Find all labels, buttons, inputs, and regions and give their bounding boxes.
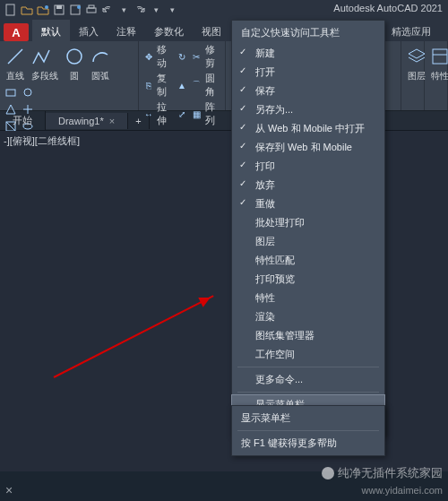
menu-separator xyxy=(237,430,379,431)
menu-item-save[interactable]: 保存 xyxy=(232,82,384,100)
qat-new-icon[interactable] xyxy=(4,3,18,17)
qat-save-web-icon[interactable] xyxy=(68,3,82,17)
file-tab-drawing[interactable]: Drawing1* × xyxy=(46,113,128,129)
svg-rect-7 xyxy=(89,5,94,8)
submenu-item-show-menubar[interactable]: 显示菜单栏 xyxy=(232,409,384,428)
file-tab-label: 开始 xyxy=(13,114,32,127)
circle-label: 圆 xyxy=(63,70,86,82)
svg-rect-10 xyxy=(6,90,15,96)
menu-item-properties[interactable]: 特性 xyxy=(232,289,384,307)
draw-misc-icon[interactable] xyxy=(21,85,35,99)
app-title: Autodesk AutoCAD 2021 xyxy=(333,3,443,13)
qat-print-icon[interactable] xyxy=(84,3,99,17)
chevron-down-icon[interactable]: ▾ xyxy=(149,3,163,17)
arc-icon xyxy=(89,43,112,70)
menu-item-layer[interactable]: 图层 xyxy=(232,232,384,251)
arc-label: 圆弧 xyxy=(89,70,112,82)
file-tab-label: Drawing1* xyxy=(58,116,104,126)
qat-customize-menu: 自定义快速访问工具栏 新建 打开 保存 另存为... 从 Web 和 Mobil… xyxy=(231,20,385,436)
ribbon-tab-default[interactable]: 默认 xyxy=(32,20,70,41)
menu-separator xyxy=(237,367,379,367)
menu-item-undo[interactable]: 放弃 xyxy=(232,176,384,194)
svg-rect-3 xyxy=(56,5,62,9)
svg-point-1 xyxy=(45,5,48,9)
arc-button[interactable]: 圆弧 xyxy=(89,43,112,82)
qat-undo-icon[interactable] xyxy=(100,3,115,17)
ribbon-tab-featured[interactable]: 精选应用 xyxy=(383,20,440,41)
menu-item-print[interactable]: 打印 xyxy=(232,157,384,176)
move-label: 移动 xyxy=(157,43,173,70)
panel-draw: 直线 多段线 圆 圆弧 xyxy=(0,41,139,110)
submenu-item-f1-help[interactable]: 按 F1 键获得更多帮助 xyxy=(232,434,384,453)
ribbon-tab-insert[interactable]: 插入 xyxy=(70,20,108,41)
menu-item-matchprop[interactable]: 特性匹配 xyxy=(232,251,384,270)
chevron-down-icon[interactable]: ▾ xyxy=(116,3,131,17)
watermark-icon xyxy=(322,467,334,479)
polyline-button[interactable]: 多段线 xyxy=(30,43,60,82)
mirror-icon[interactable]: ▲ xyxy=(176,78,187,92)
array-label: 阵列 xyxy=(205,100,221,127)
svg-point-11 xyxy=(24,89,31,96)
menu-item-redo[interactable]: 重做 xyxy=(232,194,384,213)
line-button[interactable]: 直线 xyxy=(4,43,27,82)
ribbon-tab-parametric[interactable]: 参数化 xyxy=(145,20,193,41)
menu-item-open[interactable]: 打开 xyxy=(232,63,384,82)
qat-dropdown-icon[interactable]: ▾ xyxy=(165,3,179,17)
rotate-icon[interactable]: ↻ xyxy=(176,49,187,64)
draw-misc-icon[interactable] xyxy=(4,85,18,99)
ribbon-tab-annotate[interactable]: 注释 xyxy=(108,20,145,41)
svg-point-9 xyxy=(67,49,82,64)
watermark-url: www.yidaimei.com xyxy=(362,485,443,496)
menu-item-more-commands[interactable]: 更多命令... xyxy=(232,370,384,389)
menu-item-batch-plot[interactable]: 批处理打印 xyxy=(232,213,384,232)
svg-rect-15 xyxy=(433,49,447,64)
fillet-icon[interactable]: ⌒ xyxy=(190,78,202,92)
close-icon[interactable]: × xyxy=(109,116,115,126)
stretch-label: 拉伸 xyxy=(157,100,173,127)
panel-modify: ✥移动 ↻ ✂修剪 ⎘复制 ▲ ⌒圆角 ↔拉伸 ⤢ ▦阵列 xyxy=(139,41,225,110)
file-tab-start[interactable]: 开始 xyxy=(0,111,46,130)
array-icon[interactable]: ▦ xyxy=(190,107,202,121)
svg-line-8 xyxy=(8,49,22,64)
move-icon[interactable]: ✥ xyxy=(142,49,154,64)
trim-label: 修剪 xyxy=(205,43,221,70)
menu-item-workspace[interactable]: 工作空间 xyxy=(232,345,384,364)
menu-separator xyxy=(237,392,379,393)
circle-icon xyxy=(63,43,86,70)
qat-save-icon[interactable] xyxy=(52,3,66,17)
qat-open-web-icon[interactable] xyxy=(36,3,50,17)
menu-item-open-web[interactable]: 从 Web 和 Mobile 中打开 xyxy=(232,119,384,138)
ribbon-tab-view[interactable]: 视图 xyxy=(193,20,230,41)
trim-icon[interactable]: ✂ xyxy=(190,49,202,64)
menu-item-new[interactable]: 新建 xyxy=(232,44,384,63)
new-tab-button[interactable]: + xyxy=(128,113,149,129)
copy-icon[interactable]: ⎘ xyxy=(142,78,154,92)
properties-label: 特性 xyxy=(428,70,448,82)
watermark-text: 纯净无插件系统家园 xyxy=(322,465,443,481)
menu-item-sheetset[interactable]: 图纸集管理器 xyxy=(232,326,384,345)
svg-point-5 xyxy=(77,5,81,9)
menu-item-render[interactable]: 渲染 xyxy=(232,307,384,326)
polyline-label: 多段线 xyxy=(30,70,60,82)
svg-rect-0 xyxy=(6,4,14,15)
properties-icon xyxy=(428,43,448,70)
viewport-label[interactable]: -][俯视][二维线框] xyxy=(4,134,80,148)
circle-button[interactable]: 圆 xyxy=(63,43,86,82)
qat-redo-icon[interactable] xyxy=(133,3,147,17)
tooltip-submenu: 显示菜单栏 按 F1 键获得更多帮助 xyxy=(231,405,385,456)
properties-button[interactable]: 特性 xyxy=(428,43,448,82)
panel-layers: 图层 xyxy=(401,41,425,110)
scale-icon[interactable]: ⤢ xyxy=(176,107,187,121)
qat-open-icon[interactable] xyxy=(20,3,34,17)
menu-item-saveas[interactable]: 另存为... xyxy=(232,100,384,119)
menu-item-save-web[interactable]: 保存到 Web 和 Mobile xyxy=(232,138,384,157)
panel-properties: 特性 xyxy=(425,41,448,110)
app-logo[interactable]: A xyxy=(4,23,29,41)
quick-access-toolbar: ▾ ▾ ▾ Autodesk AutoCAD 2021 xyxy=(0,0,448,20)
menu-item-plot-preview[interactable]: 打印预览 xyxy=(232,270,384,289)
svg-rect-6 xyxy=(87,8,96,13)
copy-label: 复制 xyxy=(157,72,173,99)
line-label: 直线 xyxy=(4,70,27,82)
command-close-icon[interactable]: × xyxy=(5,483,13,497)
menu-title: 自定义快速访问工具栏 xyxy=(232,23,384,44)
